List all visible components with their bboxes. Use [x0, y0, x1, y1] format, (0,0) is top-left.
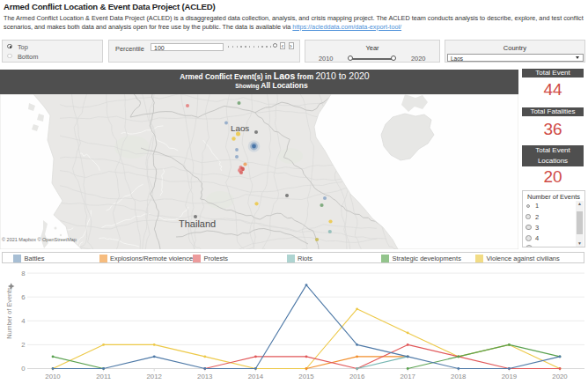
svg-text:2: 2 [21, 341, 25, 349]
svg-text:2015: 2015 [298, 373, 314, 380]
svg-text:2016: 2016 [349, 373, 364, 380]
svg-text:2014: 2014 [248, 373, 264, 380]
svg-text:2017: 2017 [401, 373, 415, 380]
svg-text:Laos: Laos [231, 123, 249, 133]
svg-text:2012: 2012 [147, 373, 162, 380]
svg-text:2010: 2010 [45, 373, 61, 380]
svg-text:Number of Events: Number of Events [5, 287, 13, 339]
svg-text:2018: 2018 [451, 373, 466, 380]
svg-text:© 2021 Mapbox © OpenStreetMap: © 2021 Mapbox © OpenStreetMap [2, 237, 77, 242]
svg-text:8: 8 [21, 270, 25, 277]
svg-text:2019: 2019 [502, 373, 517, 380]
svg-text:Thailand: Thailand [179, 218, 216, 229]
svg-text:0: 0 [21, 365, 26, 373]
svg-text:6: 6 [21, 293, 25, 301]
svg-text:2020: 2020 [552, 373, 568, 380]
svg-text:2013: 2013 [197, 373, 212, 380]
svg-text:2011: 2011 [96, 373, 111, 380]
svg-text:4: 4 [21, 317, 26, 325]
